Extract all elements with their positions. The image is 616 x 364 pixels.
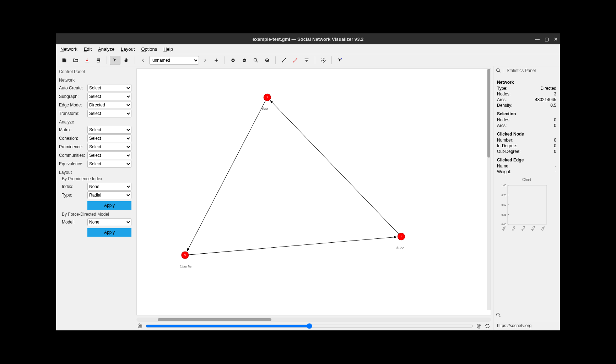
subgraph-select[interactable]: Select — [87, 93, 131, 100]
app-window: example-test.gml — Social Network Visual… — [56, 33, 560, 331]
type-select[interactable]: Radial — [87, 191, 131, 199]
zoom-slider[interactable] — [146, 323, 473, 329]
remove-edge-button[interactable] — [290, 56, 301, 65]
svg-rect-0 — [85, 62, 88, 62]
stat-cn-in: 0 — [554, 143, 556, 148]
menu-options[interactable]: Options — [141, 46, 157, 52]
svg-text:0.75: 0.75 — [501, 194, 506, 197]
equivalence-select[interactable]: Select — [87, 160, 131, 168]
canvas-vertical-scrollbar[interactable] — [487, 69, 491, 310]
new-file-button[interactable] — [59, 56, 70, 65]
svg-text:0.00: 0.00 — [502, 226, 506, 231]
stat-arcs: -480214045 — [534, 97, 556, 102]
stat-ce-name: - — [555, 164, 556, 169]
subgraph-label: Subgraph: — [59, 94, 87, 99]
minimize-button[interactable]: — — [535, 37, 540, 42]
edge-mode-select[interactable]: Directed — [87, 101, 131, 109]
stats-clicked-node-title: Clicked Node — [497, 132, 556, 137]
next-relation-button[interactable] — [200, 56, 210, 65]
matrix-select[interactable]: Select — [87, 126, 131, 134]
stat-type: Directed — [540, 86, 556, 91]
svg-text:0.25: 0.25 — [501, 214, 506, 216]
statistics-panel: | Statistics Panel Network Type:Directed… — [493, 66, 560, 330]
menu-analyze[interactable]: Analyze — [98, 46, 114, 52]
svg-text:2: 2 — [266, 96, 268, 99]
stats-clicked-edge-title: Clicked Edge — [497, 158, 556, 162]
stat-sel-arcs: 0 — [554, 123, 556, 128]
prominence-label: Prominence: — [59, 144, 87, 149]
graph-node-label: Alice — [395, 246, 404, 250]
rotate-left-icon[interactable] — [137, 323, 143, 329]
filter-button[interactable] — [301, 56, 312, 65]
add-relation-button[interactable] — [211, 56, 222, 65]
stat-ce-weight: - — [555, 169, 556, 174]
graph-edge[interactable] — [189, 237, 398, 255]
stats-network-title: Network — [497, 80, 556, 85]
refresh-icon[interactable] — [485, 323, 490, 329]
stat-nodes: 3 — [554, 92, 556, 96]
svg-point-17 — [497, 69, 499, 72]
analyze-group-title: Analyze — [59, 120, 131, 125]
close-button[interactable]: ✕ — [554, 37, 558, 42]
svg-text:?: ? — [340, 57, 342, 61]
remove-node-button[interactable] — [239, 56, 250, 65]
equivalence-label: Equivalence: — [59, 161, 87, 166]
add-edge-button[interactable] — [279, 56, 289, 65]
cohesion-select[interactable]: Select — [87, 134, 131, 142]
menu-help[interactable]: Help — [163, 46, 173, 52]
apply-force-button[interactable]: Apply — [87, 228, 131, 237]
model-select[interactable]: None — [87, 218, 131, 226]
layout-group-title: Layout — [59, 170, 131, 175]
menu-layout[interactable]: Layout — [121, 46, 135, 52]
maximize-button[interactable]: ▢ — [545, 37, 549, 42]
graph-edge[interactable] — [187, 101, 265, 252]
svg-point-9 — [285, 58, 286, 59]
stats-mini-chart: Chart 0.000.250.500.751.000.000.250.500.… — [497, 178, 556, 232]
toolbar: unnamed ? — [56, 54, 560, 66]
svg-text:1.00: 1.00 — [541, 226, 545, 231]
apply-prominence-button[interactable]: Apply — [87, 201, 131, 210]
svg-text:0.50: 0.50 — [521, 226, 526, 231]
svg-point-6 — [254, 58, 257, 61]
add-node-button[interactable] — [228, 56, 238, 65]
graph-edge[interactable] — [270, 100, 399, 233]
svg-rect-2 — [97, 58, 100, 59]
node-properties-button[interactable] — [262, 56, 272, 65]
graph-canvas[interactable]: 1Alice2Bob3Charlie — [136, 68, 491, 315]
pointer-tool-button[interactable] — [110, 56, 120, 65]
statistics-panel-title: Statistics Panel — [507, 68, 536, 73]
index-select[interactable]: None — [87, 183, 131, 191]
zoom-in-icon[interactable] — [496, 68, 501, 73]
svg-text:0.50: 0.50 — [501, 204, 506, 206]
print-button[interactable] — [93, 56, 104, 65]
relation-combo[interactable]: unnamed — [149, 56, 199, 65]
auto-create-select[interactable]: Select — [87, 84, 131, 92]
save-file-button[interactable] — [82, 56, 92, 65]
menu-network[interactable]: Network — [60, 46, 77, 52]
transform-label: Transform: — [59, 111, 87, 116]
settings-button[interactable] — [318, 56, 329, 65]
prev-relation-button[interactable] — [138, 56, 148, 65]
titlebar: example-test.gml — Social Network Visual… — [56, 34, 560, 44]
graph-node-label: Charlie — [180, 264, 192, 268]
menu-edit[interactable]: Edit — [84, 46, 92, 52]
control-panel-title: Control Panel — [59, 68, 131, 76]
communities-label: Communities: — [59, 153, 87, 158]
zoom-out-icon[interactable] — [496, 312, 501, 318]
find-node-button[interactable] — [250, 56, 261, 65]
stat-sel-nodes: 0 — [554, 117, 556, 122]
svg-point-12 — [323, 60, 324, 61]
stat-cn-num: 0 — [554, 138, 556, 143]
graph-node-label: Bob — [262, 106, 268, 111]
hand-tool-button[interactable] — [121, 56, 132, 65]
transform-select[interactable]: Select — [87, 110, 131, 117]
index-label: Index: — [62, 184, 87, 189]
communities-select[interactable]: Select — [87, 151, 131, 159]
matrix-label: Matrix: — [59, 127, 87, 132]
prominence-select[interactable]: Select — [87, 143, 131, 151]
whats-this-button[interactable]: ? — [335, 56, 345, 65]
rotate-right-icon[interactable] — [476, 323, 482, 329]
svg-rect-33 — [508, 185, 547, 224]
canvas-horizontal-scrollbar[interactable] — [136, 318, 491, 322]
open-file-button[interactable] — [70, 56, 81, 65]
